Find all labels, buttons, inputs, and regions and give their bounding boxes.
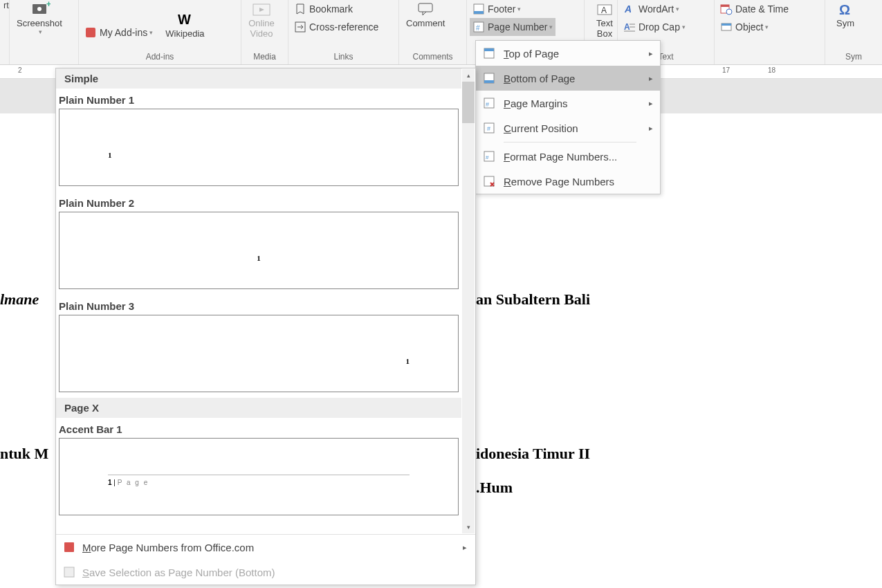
page-bottom-icon (483, 72, 495, 84)
gallery-preview-plain3[interactable]: 1 (59, 315, 459, 392)
gallery-label-plain2: Plain Number 2 (56, 192, 461, 212)
wikipedia-icon: W (174, 12, 196, 28)
menu-page-margins-label: Page Margins (504, 98, 568, 109)
scroll-down-button[interactable]: ▾ (462, 521, 475, 533)
page-margins-icon: # (483, 97, 495, 109)
svg-text:#: # (487, 125, 490, 132)
drop-cap-label: Drop Cap (638, 21, 680, 33)
wordart-button[interactable]: A WordArt (621, 0, 688, 18)
my-addins-button[interactable]: My Add-ins (82, 24, 156, 42)
screenshot-button[interactable]: + Screenshot (12, 0, 66, 37)
date-time-button[interactable]: Date & Time (717, 0, 791, 18)
gallery-scrollbar[interactable]: ▴ ▾ (462, 69, 475, 533)
menu-bottom-of-page[interactable]: Bottom of Page (476, 66, 660, 91)
svg-text:#: # (476, 24, 480, 32)
more-page-numbers-label: More Page Numbers from Office.com (82, 542, 254, 553)
wordart-icon: A (623, 3, 636, 15)
cross-reference-button[interactable]: Cross-reference (291, 18, 381, 36)
save-icon (63, 566, 75, 578)
my-addins-label: My Add-ins (100, 27, 147, 38)
menu-format-page-numbers[interactable]: # Format Page Numbers... (476, 144, 660, 169)
menu-top-of-page[interactable]: Top of Page (476, 41, 660, 66)
doc-text-2: an Subaltern Bali (476, 291, 590, 309)
cross-reference-label: Cross-reference (309, 21, 378, 33)
svg-text:#: # (486, 101, 489, 108)
gallery-header-pagex: Page X (56, 398, 461, 418)
save-selection: Save Selection as Page Number (Bottom) (56, 560, 475, 585)
wikipedia-label: Wikipedia (165, 28, 204, 39)
svg-rect-38 (64, 567, 74, 577)
cross-reference-icon (294, 21, 306, 33)
preview-number: 1 (406, 357, 410, 365)
svg-point-1 (37, 7, 42, 11)
menu-format-label: Format Page Numbers... (504, 151, 617, 163)
symbol-icon: Ω (834, 1, 856, 18)
object-label: Object (735, 21, 763, 33)
scroll-thumb[interactable] (462, 82, 475, 123)
chart-button[interactable]: rt (3, 0, 10, 10)
svg-marker-6 (259, 8, 264, 12)
ruler-mark-left: 2 (18, 66, 22, 74)
preview-number: 1 (257, 254, 261, 262)
current-position-icon: # (483, 122, 495, 134)
date-time-label: Date & Time (735, 3, 789, 15)
format-icon: # (483, 150, 495, 163)
gallery-label-plain3: Plain Number 3 (56, 295, 461, 315)
object-button[interactable]: Object (717, 18, 791, 36)
comment-icon (414, 1, 437, 18)
page-number-button[interactable]: # Page Number (470, 18, 555, 36)
svg-rect-3 (86, 28, 95, 37)
gallery-preview-plain2[interactable]: 1 (59, 212, 459, 289)
doc-text-5: .Hum (476, 479, 513, 497)
svg-text:A: A (624, 3, 632, 15)
addins-group-label: Add-ins (82, 50, 238, 64)
symbol-button[interactable]: Ω Sym (828, 0, 863, 30)
menu-current-position[interactable]: # Current Position (476, 116, 660, 140)
menu-current-position-label: Current Position (504, 122, 578, 134)
addins-icon (84, 26, 97, 39)
page-number-label: Page Number (488, 21, 547, 33)
page-top-icon (483, 47, 495, 59)
bookmark-icon (294, 3, 306, 15)
bookmark-button[interactable]: Bookmark (291, 0, 381, 18)
menu-bottom-of-page-label: Bottom of Page (504, 73, 575, 84)
video-icon (250, 1, 273, 18)
svg-rect-24 (722, 24, 731, 26)
svg-text:+: + (46, 1, 50, 9)
remove-icon (483, 175, 495, 187)
office-icon (63, 541, 75, 553)
gallery-preview-accent1[interactable]: 1 | P a g e (59, 438, 459, 515)
gallery-label-plain1: Plain Number 1 (56, 89, 461, 109)
chart-label: rt (3, 0, 9, 10)
scroll-up-button[interactable]: ▴ (462, 69, 475, 82)
comment-button[interactable]: Comment (402, 0, 449, 30)
comments-group-label: Comments (402, 50, 463, 64)
date-time-icon (720, 3, 733, 15)
comment-label: Comment (406, 18, 445, 28)
footer-label: Footer (488, 3, 515, 15)
online-video-l2: Video (250, 28, 273, 39)
svg-text:A: A (624, 22, 630, 32)
drop-cap-button[interactable]: A Drop Cap (621, 18, 688, 36)
page-number-menu: Top of Page Bottom of Page # Page Margin… (475, 40, 661, 194)
menu-page-margins[interactable]: # Page Margins (476, 91, 660, 116)
text-box-l1: Text (596, 18, 613, 28)
footer-button[interactable]: Footer (470, 0, 555, 18)
text-box-l2: Box (597, 28, 612, 39)
svg-rect-10 (474, 11, 484, 14)
symbol-label: Sym (836, 18, 854, 28)
media-group-label: Media (244, 50, 285, 64)
gallery-preview-plain1[interactable]: 1 (59, 109, 459, 186)
svg-text:#: # (486, 154, 489, 160)
text-box-icon: A (594, 1, 616, 18)
ruler-mark-17: 17 (722, 66, 730, 74)
screenshot-icon: + (28, 1, 50, 18)
accent-text: 1 | P a g e (108, 479, 149, 486)
wikipedia-button[interactable]: W Wikipedia (161, 10, 208, 40)
online-video-button[interactable]: Online Video (244, 0, 279, 40)
more-page-numbers[interactable]: More Page Numbers from Office.com (56, 535, 475, 560)
svg-rect-29 (484, 80, 494, 83)
menu-remove-page-numbers[interactable]: Remove Page Numbers (476, 169, 660, 194)
svg-rect-8 (419, 3, 432, 12)
gallery-header-simple: Simple (56, 68, 461, 89)
